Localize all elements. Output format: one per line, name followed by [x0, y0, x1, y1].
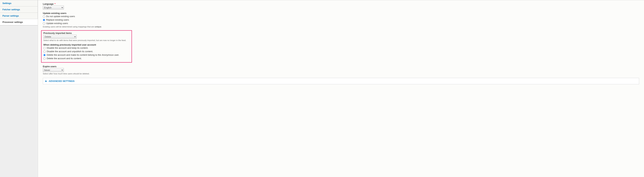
main-content: Language * English Update existing users…: [38, 0, 644, 177]
language-label: Language *: [43, 2, 639, 5]
when-deleting-radio-1[interactable]: [43, 50, 46, 53]
tab-fetcher-settings[interactable]: Fetcher settings: [0, 6, 38, 13]
expire-select[interactable]: Never: [43, 68, 64, 72]
field-when-deleting: When deleting previously imported user a…: [43, 43, 130, 60]
required-marker: *: [54, 2, 56, 5]
when-deleting-radio-0[interactable]: [43, 47, 46, 49]
previously-imported-label: Previously imported items: [43, 32, 130, 34]
tab-parser-settings[interactable]: Parser settings: [0, 12, 38, 19]
expire-label: Expire users: [43, 65, 639, 68]
when-deleting-label: When deleting previously imported user a…: [43, 43, 130, 46]
update-existing-radio-2[interactable]: [43, 22, 45, 25]
update-existing-desc-bold: unique: [95, 26, 102, 28]
when-deleting-radio-2[interactable]: [43, 54, 46, 56]
previously-imported-select[interactable]: Delete: [43, 35, 76, 39]
update-existing-option-1[interactable]: Replace existing users: [46, 18, 69, 21]
when-deleting-option-2[interactable]: Delete the account and make its content …: [47, 53, 119, 57]
advanced-settings-toggle[interactable]: ▶ ADVANCED SETTINGS: [43, 78, 639, 84]
triangle-right-icon: ▶: [46, 80, 47, 82]
tab-processor-settings[interactable]: Processor settings: [0, 19, 38, 25]
when-deleting-option-0[interactable]: Disable the account and keep its content…: [47, 46, 88, 50]
language-label-text: Language: [43, 2, 54, 5]
update-existing-description: Existing users will be determined using …: [43, 26, 639, 28]
update-existing-option-2[interactable]: Update existing users: [46, 22, 68, 25]
settings-vertical-tabs: Settings Fetcher settings Parser setting…: [0, 0, 38, 177]
update-existing-radio-1[interactable]: [43, 19, 45, 21]
when-deleting-option-3[interactable]: Delete the account and its content.: [47, 57, 82, 60]
sidebar-filler: [0, 25, 38, 177]
update-existing-radio-0[interactable]: [43, 15, 45, 18]
field-update-existing-users: Update existing users Do not update exis…: [43, 12, 639, 28]
expire-description: Select after how much time users should …: [43, 73, 639, 75]
language-select[interactable]: English: [43, 5, 64, 9]
advanced-settings-label: ADVANCED SETTINGS: [48, 80, 74, 82]
when-deleting-option-1[interactable]: Disable the account and unpublish its co…: [47, 50, 93, 53]
update-existing-desc-prefix: Existing users will be determined using …: [43, 26, 95, 28]
field-language: Language * English: [43, 2, 639, 9]
field-previously-imported: Previously imported items Delete Select …: [43, 32, 130, 41]
previously-imported-description: Select what to do with items that were p…: [43, 39, 130, 41]
when-deleting-radio-3[interactable]: [43, 57, 46, 60]
tab-settings[interactable]: Settings: [0, 0, 38, 6]
field-expire-users: Expire users Never Select after how much…: [43, 65, 639, 75]
update-existing-option-0[interactable]: Do not update existing users: [46, 15, 75, 18]
update-existing-desc-suffix: .: [101, 26, 102, 28]
update-existing-label: Update existing users: [43, 12, 639, 14]
previously-imported-highlight: Previously imported items Delete Select …: [41, 30, 132, 63]
